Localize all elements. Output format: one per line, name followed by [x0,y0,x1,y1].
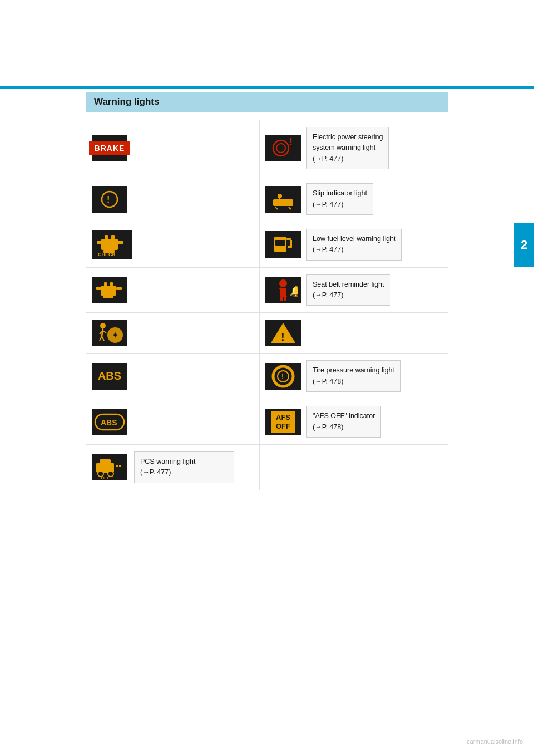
tire-desc-text: Tire pressure warning light(→P. 478) [313,366,394,385]
svg-rect-24 [288,246,292,248]
cell-fuel: Low fuel level warning light(→P. 477) [260,222,448,267]
svg-point-0 [273,140,289,156]
engine-icon [93,278,126,302]
svg-point-32 [279,279,287,287]
hybrid-icon-wrapper: ! [92,186,127,213]
pcs-icon-wrapper: OFF [92,454,127,480]
cell-pcs-right [260,445,448,490]
svg-point-1 [276,144,285,153]
fuel-icon [269,232,298,257]
slip-icon-wrapper [265,186,301,213]
abs-text-icon-wrapper: ABS [92,363,127,390]
svg-rect-13 [101,239,118,250]
svg-text:CHECK: CHECK [98,252,116,257]
svg-line-43 [103,331,106,333]
row-airbag-master: ✦ ! [86,313,448,354]
svg-rect-6 [273,199,293,206]
eps-icon-wrapper: ! [265,135,301,161]
tire-icon-wrapper: ! [265,363,301,390]
fuel-description: Low fuel level warning light(→P. 477) [306,229,402,261]
afs-icon-wrapper: AFSOFF [265,409,301,435]
svg-rect-25 [101,286,116,296]
eps-desc-text: Electric power steeringsystem warning li… [313,133,383,163]
engine-icon-wrapper [92,277,127,303]
cell-master-warning: ! [260,313,448,353]
row-abs-tire: ABS ! Tire pressure warning light(→P. 47… [86,354,448,399]
row-engine-seatbelt: 🔔 Seat belt reminder light(→P. 477) [86,268,448,313]
abs-text-icon: ABS [98,370,121,382]
cell-airbag: ✦ [86,313,260,353]
cell-check: CHECK [86,222,260,267]
watermark-text: carmanualsoline.info [467,738,523,745]
cell-abs: ABS [86,354,260,399]
slip-desc-text: Slip indicator light(→P. 477) [313,189,367,208]
brake-icon: BRAKE [89,141,131,155]
afs-off-text: AFSOFF [276,413,290,430]
row-pcs: OFF PCS warning light(→P. 477) [86,445,448,490]
abs-circle-icon-wrapper: ABS [92,409,127,435]
svg-rect-14 [97,241,102,244]
svg-rect-28 [104,282,107,287]
seatbelt-icon-wrapper: 🔔 [265,277,301,303]
check-engine-icon: CHECK [92,230,131,258]
hybrid-warning-icon: ! [95,188,124,210]
seatbelt-icon: 🔔 [269,278,298,302]
fuel-desc-text: Low fuel level warning light(→P. 477) [313,235,395,253]
cell-seatbelt: 🔔 Seat belt reminder light(→P. 477) [260,268,448,313]
svg-rect-17 [111,235,115,240]
tire-pressure-icon: ! [269,364,298,389]
afs-off-icon: AFSOFF [271,411,295,433]
watermark: carmanualsoline.info [467,738,523,745]
slip-icon [269,188,298,210]
row-check-fuel: CHECK Low fuel l [86,222,448,268]
pcs-icon: OFF [93,455,126,479]
cell-slip: Slip indicator light(→P. 477) [260,176,448,222]
svg-rect-21 [275,240,285,246]
section-title: Warning lights [94,96,159,107]
svg-text:!: ! [107,195,110,204]
master-warning-icon-wrapper: ! [265,320,301,346]
svg-point-9 [278,194,282,198]
section-header: Warning lights [86,92,448,112]
svg-rect-30 [103,296,113,298]
svg-rect-36 [284,297,286,301]
svg-text:✦: ✦ [112,331,118,340]
svg-rect-29 [110,282,113,287]
svg-text:!: ! [281,373,284,381]
svg-rect-16 [105,235,108,240]
airbag-icon: ✦ [93,321,126,345]
svg-text:OFF: OFF [101,475,110,479]
svg-text:!: ! [281,331,285,343]
svg-rect-54 [100,459,111,465]
svg-text:!: ! [289,137,293,148]
cell-eps: ! Electric power steeringsystem warning … [260,120,448,176]
brake-icon-wrapper: BRAKE [92,135,127,161]
cell-engine [86,268,260,313]
chapter-tab: 2 [514,223,534,267]
row-hybrid-slip: ! [86,176,448,222]
cell-brake: BRAKE [86,120,260,176]
row-abs-circle-afs: ABS AFSOFF "AFS OFF" indicator(→P. 478) [86,399,448,445]
svg-rect-31 [96,287,99,288]
tire-description: Tire pressure warning light(→P. 478) [306,360,400,392]
svg-rect-15 [118,241,123,244]
cell-pcs: OFF PCS warning light(→P. 477) [86,445,260,490]
svg-text:🔔: 🔔 [290,285,298,297]
cell-hybrid: ! [86,176,260,222]
svg-rect-35 [280,297,283,301]
row-brake-eps: BRAKE ! Electric power steeringsystem wa… [86,120,448,176]
seatbelt-description: Seat belt reminder light(→P. 477) [306,274,390,306]
cell-afs-off: AFSOFF "AFS OFF" indicator(→P. 478) [260,399,448,444]
pcs-description: PCS warning light(→P. 477) [134,451,234,483]
afs-description: "AFS OFF" indicator(→P. 478) [306,406,381,438]
cell-tire: ! Tire pressure warning light(→P. 478) [260,354,448,399]
page-container: Warning lights 2 BRAKE ! [0,0,534,756]
fuel-icon-wrapper [265,231,301,258]
eps-description: Electric power steeringsystem warning li… [306,127,389,169]
airbag-icon-wrapper: ✦ [92,320,127,346]
master-warning-icon: ! [269,321,298,345]
svg-text:ABS: ABS [101,418,117,427]
eps-icon: ! [270,137,296,159]
svg-rect-22 [286,238,291,240]
abs-circle-icon: ABS [93,410,126,434]
